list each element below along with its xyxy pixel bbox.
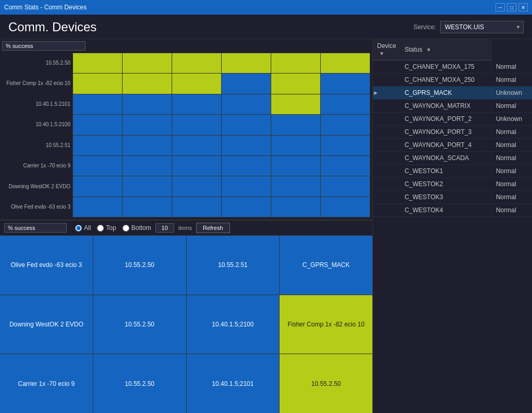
lower-section: % success All Top Bottom (0, 220, 372, 413)
cell (222, 94, 271, 114)
table-row[interactable]: C_WESTOK1Normal (373, 165, 532, 178)
device-filter-icon[interactable]: ▼ (379, 51, 384, 56)
table-row[interactable]: C_WESTOK3Normal (373, 191, 532, 204)
grid-label: 10.40.1.5:2100 (2, 120, 70, 129)
table-row[interactable]: C_WAYNOKA_PORT_4Normal (373, 139, 532, 152)
cell (321, 156, 370, 176)
cell (73, 176, 122, 196)
table-row[interactable]: C_WESTOK2Normal (373, 178, 532, 191)
tile[interactable]: Fisher Comp 1x -82 ecio 10 (280, 295, 372, 354)
table-row[interactable]: C_CHANEY_MOXA_175Normal (373, 60, 532, 74)
row-arrow (373, 74, 401, 87)
status-filter-icon[interactable]: ▼ (426, 47, 431, 53)
tile[interactable]: 10.55.2.50 (93, 295, 186, 354)
cell (172, 74, 221, 93)
device-status: Normal (492, 204, 532, 217)
row-arrow (373, 204, 401, 217)
row-arrow (373, 113, 401, 126)
refresh-button[interactable]: Refresh (196, 223, 230, 233)
tile[interactable]: 10.55.2.50 (280, 354, 372, 413)
radio-top[interactable]: Top (97, 224, 116, 232)
close-button[interactable]: ✕ (518, 3, 528, 11)
grid-label: 10.55.2.50 (2, 59, 70, 67)
cell (123, 156, 172, 176)
device-status: Normal (492, 178, 532, 191)
radio-all[interactable]: All (75, 224, 91, 232)
grid-label: 10.40.1.5:2101 (2, 100, 70, 108)
cell (222, 176, 271, 196)
app-header: Comm. Devices Service: WESTOK.UIS (0, 15, 532, 39)
grid-labels: 10.55.2.50 Fisher Comp 1x -82 ecio 10 10… (2, 53, 72, 217)
grid-chart: 10.55.2.50 Fisher Comp 1x -82 ecio 10 10… (2, 53, 370, 217)
left-panel: % success 10.55.2.50 Fisher Comp 1x -82 … (0, 39, 373, 413)
col-status[interactable]: Status ▼ (401, 39, 492, 60)
chart-metric-select[interactable]: % success (2, 41, 86, 51)
chart-header: % success (2, 41, 370, 51)
cell (123, 74, 172, 93)
items-input[interactable] (155, 223, 174, 233)
device-status: Unknown (492, 87, 532, 100)
tile[interactable]: 10.55.2.50 (93, 236, 186, 295)
cell (222, 136, 271, 155)
tile[interactable]: 10.55.2.51 (187, 236, 280, 295)
maximize-button[interactable]: □ (507, 3, 516, 11)
col-device[interactable]: Device ▼ (373, 39, 401, 60)
service-select-wrapper: WESTOK.UIS (440, 21, 524, 33)
device-table: Device ▼ Status ▼ C_CHANEY_MOXA_175Norma… (373, 39, 532, 217)
device-name: C_CHANEY_MOXA_175 (401, 60, 492, 74)
grid-label: Carrier 1x -70 ecio 9 (2, 162, 70, 170)
cell (172, 197, 221, 217)
grid-label: Downing WestOK 2 EVDO (2, 183, 70, 191)
device-status: Normal (492, 126, 532, 139)
device-name: C_CHANEY_MOXA_250 (401, 74, 492, 87)
table-row[interactable]: C_WAYNOKA_PORT_2Unknown (373, 113, 532, 126)
table-row[interactable]: C_WAYNOKA_SCADANormal (373, 152, 532, 165)
table-row[interactable]: C_CHANEY_MOXA_250Normal (373, 74, 532, 87)
cell (321, 74, 370, 93)
device-status: Normal (492, 139, 532, 152)
right-panel: Device ▼ Status ▼ C_CHANEY_MOXA_175Norma… (373, 39, 532, 413)
cell (321, 197, 370, 217)
bottom-controls: % success All Top Bottom (0, 220, 372, 236)
cell (271, 176, 320, 196)
tile[interactable]: 10.40.1.5;2101 (187, 354, 280, 413)
tile[interactable]: 10.55.2.50 (93, 354, 186, 413)
row-arrow (373, 165, 401, 178)
table-row[interactable]: ▶C_GPRS_MACKUnknown (373, 87, 532, 100)
body-layout: % success 10.55.2.50 Fisher Comp 1x -82 … (0, 39, 532, 413)
table-row[interactable]: C_WAYNOKA_MATRIXNormal (373, 100, 532, 113)
cell (172, 136, 221, 155)
cell (222, 156, 271, 176)
cell (222, 53, 271, 73)
cell (321, 136, 370, 155)
service-select[interactable]: WESTOK.UIS (440, 21, 524, 33)
cell (73, 197, 122, 217)
tile[interactable]: C_GPRS_MACK (280, 236, 372, 295)
cell (123, 115, 172, 135)
tile[interactable]: Downing WestOK 2 EVDO (0, 295, 93, 354)
row-arrow: ▶ (373, 87, 401, 100)
tile[interactable]: Carrier 1x -70 ecio 9 (0, 354, 93, 413)
cell (73, 94, 122, 114)
table-wrapper[interactable]: Device ▼ Status ▼ C_CHANEY_MOXA_175Norma… (373, 39, 532, 413)
minimize-button[interactable]: ─ (495, 3, 505, 11)
cell (321, 176, 370, 196)
bottom-metric-select[interactable]: % success (4, 223, 67, 233)
table-row[interactable]: C_WAYNOKA_PORT_3Normal (373, 126, 532, 139)
cell (73, 115, 122, 135)
cell (73, 156, 122, 176)
radio-bottom[interactable]: Bottom (123, 224, 151, 232)
device-name: C_WAYNOKA_MATRIX (401, 100, 492, 113)
table-row[interactable]: C_WESTOK4Normal (373, 204, 532, 217)
device-status: Normal (492, 191, 532, 204)
cell (222, 74, 271, 93)
row-arrow (373, 126, 401, 139)
tile[interactable]: 10.40.1.5;2100 (187, 295, 280, 354)
main-content: Comm. Devices Service: WESTOK.UIS % succ… (0, 15, 532, 413)
cell (271, 136, 320, 155)
device-name: C_WESTOK3 (401, 191, 492, 204)
tile[interactable]: Olive Fed evdo -63 ecio 3 (0, 236, 93, 295)
cell (172, 94, 221, 114)
cell (172, 156, 221, 176)
title-bar-controls: ─ □ ✕ (495, 3, 528, 11)
